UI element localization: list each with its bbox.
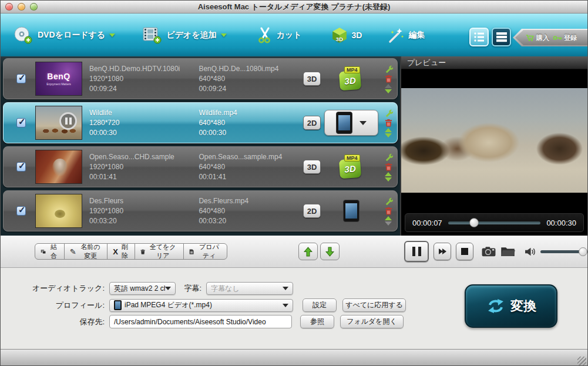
delete-trash-icon[interactable] bbox=[385, 207, 392, 215]
rename-button[interactable]: ✎ 名前の変更 bbox=[64, 243, 108, 260]
move-down-icon[interactable] bbox=[385, 89, 392, 93]
fast-forward-icon bbox=[439, 249, 446, 254]
clear-all-button[interactable]: 全てをクリア bbox=[135, 243, 184, 260]
chevron-down-icon bbox=[359, 121, 367, 125]
output-format-mp4-3d-icon[interactable]: 3DMP4 bbox=[338, 66, 364, 91]
preview-panel: プレビュー 00:00:07 00:00:30 bbox=[400, 56, 587, 236]
file-row-wildlife[interactable]: Wildlife 1280*720 00:00:30 Wildlife.mp4 … bbox=[3, 102, 398, 143]
snapshot-camera-icon[interactable] bbox=[482, 246, 496, 257]
2d-badge[interactable]: 2D bbox=[303, 116, 321, 130]
thumbnail-view-button[interactable] bbox=[469, 28, 489, 46]
settings-button[interactable]: 設定 bbox=[303, 298, 337, 312]
subtitle-label: 字幕: bbox=[176, 283, 206, 294]
destination-input[interactable] bbox=[109, 315, 292, 328]
row-checkbox[interactable] bbox=[16, 162, 26, 172]
3d-badge[interactable]: 3D bbox=[303, 72, 321, 86]
scissors-icon bbox=[257, 27, 273, 43]
seek-track[interactable] bbox=[448, 221, 541, 224]
file-row-openseason[interactable]: Open.Seaso...CHD.sample 1920*1080 00:01:… bbox=[3, 146, 398, 187]
move-up-button[interactable] bbox=[298, 243, 318, 260]
settings-wrench-icon[interactable] bbox=[384, 153, 393, 162]
rename-label: 名前の変更 bbox=[79, 243, 102, 260]
move-up-icon[interactable] bbox=[385, 172, 392, 176]
video-thumbnail bbox=[35, 194, 82, 228]
profile-label: プロフィール: bbox=[1, 300, 109, 311]
register-label: 登録 bbox=[564, 33, 577, 42]
3d-badge[interactable]: 3D bbox=[303, 160, 321, 174]
delete-button[interactable]: X 削除 bbox=[107, 243, 135, 260]
3d-label: 3D bbox=[352, 31, 362, 40]
move-down-icon[interactable] bbox=[385, 177, 392, 182]
cut-button[interactable]: カット bbox=[257, 27, 302, 43]
edit-button[interactable]: 編集 bbox=[388, 27, 425, 43]
convert-button[interactable]: 変換 bbox=[465, 284, 557, 328]
delete-trash-icon[interactable] bbox=[385, 119, 392, 127]
delete-trash-icon[interactable] bbox=[385, 163, 392, 171]
list-view-button[interactable] bbox=[492, 28, 511, 46]
row-checkbox[interactable] bbox=[16, 206, 26, 216]
3d-cube-icon: 3D bbox=[331, 27, 348, 43]
output-resolution: 640*480 bbox=[199, 162, 303, 172]
properties-button[interactable]: プロパティ bbox=[183, 243, 227, 260]
list-view-icon bbox=[496, 32, 508, 42]
video-thumbnail bbox=[35, 106, 82, 140]
output-format-mp4-3d-icon[interactable]: 3DMP4 bbox=[338, 155, 364, 179]
file-row-benq[interactable]: BenQ Enjoyment Matters BenQ.HD.Demo.HDTV… bbox=[3, 58, 398, 99]
output-resolution: 640*480 bbox=[199, 118, 303, 128]
chevron-down-icon bbox=[283, 304, 288, 307]
volume-slider[interactable] bbox=[540, 250, 587, 253]
delete-label: 削除 bbox=[121, 243, 129, 260]
row-checkbox[interactable] bbox=[16, 118, 26, 127]
pause-button[interactable] bbox=[404, 241, 429, 262]
2d-badge[interactable]: 2D bbox=[303, 204, 321, 218]
move-up-icon[interactable] bbox=[385, 128, 392, 132]
buy-button[interactable]: 購入 bbox=[526, 33, 549, 42]
merge-button[interactable]: 結合 bbox=[35, 243, 65, 260]
output-device-dropdown[interactable] bbox=[324, 110, 378, 136]
add-video-button[interactable]: ビデオを追加 bbox=[142, 26, 226, 44]
open-folder-button[interactable]: フォルダを開く bbox=[340, 315, 404, 328]
file-row-desfleurs[interactable]: Des.Fleurs 1920*1080 00:03:20 Des.Fleurs… bbox=[3, 190, 398, 231]
subtitle-dropdown[interactable]: 字幕なし bbox=[206, 282, 293, 295]
3d-button[interactable]: 3D 3D bbox=[331, 27, 362, 43]
fast-forward-button[interactable] bbox=[434, 243, 451, 260]
settings-wrench-icon[interactable] bbox=[384, 65, 393, 73]
audio-track-dropdown[interactable]: 英語 wmav2 2 chann bbox=[109, 282, 176, 295]
titlebar: Aiseesoft Mac トータルメディア変換 プラチナ(未登録) bbox=[1, 1, 587, 14]
delete-trash-icon[interactable] bbox=[385, 75, 392, 83]
chevron-down-icon[interactable] bbox=[109, 33, 115, 37]
settings-wrench-icon[interactable] bbox=[384, 197, 393, 206]
source-resolution: 1920*1080 bbox=[89, 206, 199, 216]
cart-icon bbox=[526, 34, 535, 42]
seek-knob[interactable] bbox=[469, 218, 479, 227]
preview-video[interactable] bbox=[401, 69, 587, 211]
stop-button[interactable] bbox=[456, 243, 473, 260]
register-button[interactable]: 登録 bbox=[553, 33, 577, 42]
open-folder-icon[interactable] bbox=[500, 246, 515, 257]
move-up-icon[interactable] bbox=[385, 216, 392, 220]
speaker-icon[interactable] bbox=[525, 247, 536, 256]
output-format-ipad-icon[interactable] bbox=[343, 200, 359, 222]
convert-label: 変換 bbox=[510, 297, 536, 315]
properties-label: プロパティ bbox=[197, 243, 221, 260]
move-down-button[interactable] bbox=[320, 243, 340, 260]
volume-knob[interactable] bbox=[579, 247, 587, 256]
move-down-icon[interactable] bbox=[385, 133, 392, 137]
profile-dropdown[interactable]: iPad MPEG4 ビデオ(*.mp4) bbox=[109, 299, 293, 312]
magic-wand-icon bbox=[388, 27, 404, 43]
merge-label: 結合 bbox=[49, 243, 59, 260]
row-checkbox[interactable] bbox=[16, 74, 26, 83]
ipad-mini-icon bbox=[114, 300, 122, 310]
source-resolution: 1280*720 bbox=[89, 118, 199, 128]
thumbnail-view-icon bbox=[473, 32, 485, 42]
source-duration: 00:01:41 bbox=[89, 172, 199, 182]
key-icon bbox=[553, 35, 562, 41]
resize-grip[interactable] bbox=[577, 357, 586, 365]
load-dvd-button[interactable]: DVDをロードする bbox=[14, 26, 115, 45]
output-resolution: 640*480 bbox=[199, 74, 303, 84]
browse-button[interactable]: 参照 bbox=[300, 315, 334, 328]
apply-all-button[interactable]: すべてに応用する bbox=[342, 298, 406, 312]
chevron-down-icon[interactable] bbox=[221, 33, 227, 37]
output-duration: 00:03:20 bbox=[199, 216, 303, 226]
settings-wrench-icon[interactable] bbox=[384, 109, 393, 117]
